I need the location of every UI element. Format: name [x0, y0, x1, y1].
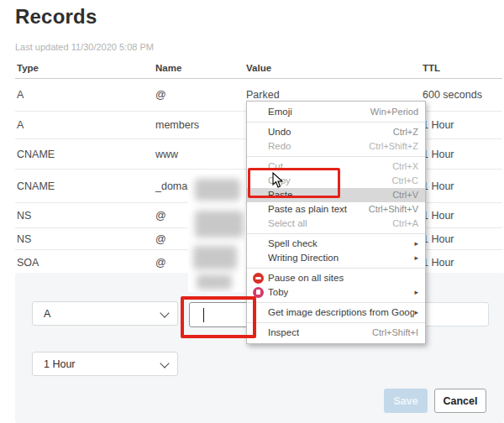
menu-shortcut: Ctrl+Z: [393, 125, 418, 139]
cell-ttl: 600 seconds: [423, 89, 482, 101]
cell-ttl: 1 Hour: [423, 119, 454, 131]
menu-separator: [247, 322, 425, 323]
cell-type: SOA: [17, 257, 39, 269]
cell-name: @: [155, 233, 166, 245]
menu-separator: [247, 156, 425, 157]
menu-separator: [247, 302, 425, 303]
menu-item-inspect[interactable]: InspectCtrl+Shift+I: [247, 326, 425, 340]
menu-item-undo[interactable]: UndoCtrl+Z: [247, 125, 425, 139]
menu-shortcut: Ctrl+Shift+V: [369, 202, 418, 217]
menu-shortcut: Ctrl+C: [392, 174, 418, 188]
cell-ttl: 1 Hour: [423, 180, 454, 192]
page-title: Records: [15, 5, 97, 29]
pause-extension-icon: [253, 273, 264, 284]
menu-separator: [247, 268, 425, 269]
cell-name: @: [155, 210, 166, 222]
submenu-arrow-icon: ▸: [414, 285, 418, 300]
save-button[interactable]: Save: [384, 389, 428, 413]
cell-type: CNAME: [17, 149, 55, 160]
menu-shortcut: Ctrl+Shift+I: [372, 326, 418, 340]
menu-item-spell-check[interactable]: Spell check▸: [247, 237, 425, 251]
menu-item-select-all: Select allCtrl+A: [247, 217, 425, 231]
cell-name: www: [155, 149, 178, 160]
menu-item-pause-on-all-sites[interactable]: Pause on all sites: [247, 271, 425, 285]
menu-item-label: Inspect: [268, 326, 299, 340]
menu-shortcut: Ctrl+Shift+Z: [369, 139, 418, 154]
menu-item-emoji[interactable]: EmojiWin+Period: [247, 105, 425, 119]
submenu-arrow-icon: ▸: [414, 237, 418, 251]
blur-blob: [195, 179, 240, 201]
redacted-values-blur: [188, 174, 245, 292]
menu-shortcut: Ctrl+A: [392, 217, 418, 231]
type-select-value: A: [44, 308, 50, 320]
cancel-button[interactable]: Cancel: [434, 389, 486, 413]
cell-ttl: 1 Hour: [423, 149, 454, 160]
chevron-down-icon: [160, 358, 169, 368]
type-select[interactable]: A: [32, 301, 178, 326]
annotation-box-paste: [248, 168, 340, 198]
chevron-down-icon: [160, 308, 169, 317]
menu-item-label: Get image descriptions from Google: [268, 306, 414, 320]
menu-item-label: Select all: [268, 217, 307, 231]
submenu-arrow-icon: ▸: [414, 306, 418, 320]
cell-type: CNAME: [17, 180, 55, 192]
header-ttl: TTL: [423, 63, 440, 73]
menu-item-label: Redo: [268, 139, 291, 154]
cell-name: members: [155, 119, 199, 131]
annotation-box-name-input: [181, 296, 256, 338]
cell-type: NS: [17, 233, 31, 245]
ttl-select[interactable]: 1 Hour: [32, 352, 178, 376]
ttl-select-value: 1 Hour: [44, 358, 76, 370]
menu-shortcut: Win+Period: [370, 105, 418, 119]
menu-separator: [247, 233, 425, 234]
menu-item-label: Writing Direction: [268, 251, 339, 265]
cell-ttl: 1 Hour: [423, 233, 454, 245]
blur-blob: [193, 246, 237, 269]
menu-item-label: Paste as plain text: [268, 202, 347, 217]
menu-item-label: Undo: [268, 125, 291, 139]
header-value: Value: [246, 63, 271, 73]
blur-blob: [195, 211, 244, 238]
submenu-arrow-icon: ▸: [414, 251, 418, 265]
menu-item-writing-direction[interactable]: Writing Direction▸: [247, 251, 425, 265]
context-menu: EmojiWin+PeriodUndoCtrl+ZRedoCtrl+Shift+…: [246, 101, 426, 344]
menu-shortcut: Ctrl+X: [392, 159, 418, 174]
menu-shortcut: Ctrl+V: [392, 188, 418, 202]
cell-value: Parked: [246, 89, 280, 101]
header-type: Type: [17, 63, 39, 73]
cell-name: @: [155, 257, 166, 269]
mouse-cursor-icon: [272, 172, 284, 189]
cell-name: @: [155, 89, 166, 101]
header-name: Name: [155, 63, 181, 73]
menu-item-label: Pause on all sites: [268, 271, 344, 285]
dns-records-page: Records Last updated 11/30/2020 5:08 PM …: [0, 0, 504, 423]
menu-item-redo: RedoCtrl+Shift+Z: [247, 139, 425, 154]
cell-type: NS: [17, 210, 31, 222]
last-updated-text: Last updated 11/30/2020 5:08 PM: [15, 42, 154, 52]
records-table-header: Type Name Value TTL: [15, 60, 502, 79]
cell-type: A: [17, 89, 24, 101]
menu-separator: [247, 122, 425, 123]
cell-ttl: 1 Hour: [423, 210, 454, 222]
cell-ttl: 1 Hour: [423, 257, 454, 269]
menu-item-label: Emoji: [268, 105, 292, 119]
blur-blob: [197, 274, 232, 290]
menu-item-get-image-descriptions-from-google[interactable]: Get image descriptions from Google▸: [247, 306, 425, 320]
menu-item-toby[interactable]: Toby▸: [247, 285, 425, 300]
menu-item-paste-as-plain-text[interactable]: Paste as plain textCtrl+Shift+V: [247, 202, 425, 217]
menu-item-label: Toby: [268, 285, 288, 300]
cell-type: A: [17, 119, 24, 131]
menu-item-label: Spell check: [268, 237, 318, 251]
